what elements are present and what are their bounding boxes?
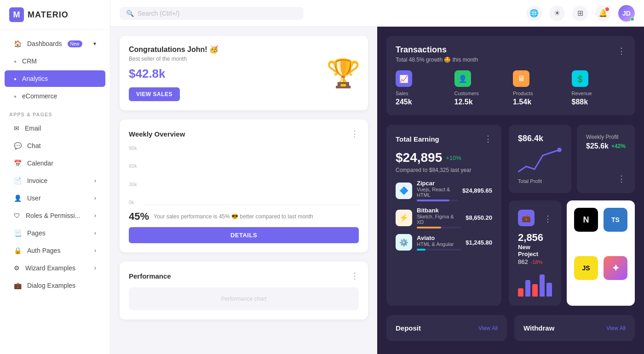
- earning-title: Total Earning: [396, 135, 439, 143]
- earning-change: +10%: [446, 154, 461, 161]
- np-header: 💼 ⋮: [518, 210, 552, 228]
- performance-header: Performance ⋮: [129, 271, 359, 281]
- details-button[interactable]: DETAILS: [129, 227, 359, 243]
- content-left: Congratulations John! 🥳 Best seller of t…: [110, 27, 377, 354]
- np-content: 2,856 New Project 862 -18%: [518, 232, 552, 265]
- sidebar-item-ecommerce[interactable]: ● eCommerce: [5, 88, 105, 104]
- sidebar-item-roles[interactable]: 🛡 Roles & Permissi... ›: [5, 207, 105, 224]
- sidebar-item-pages[interactable]: 📃 Pages ›: [5, 225, 105, 241]
- sidebar-label-calendar: Calendar: [27, 160, 53, 167]
- notification-icon-btn[interactable]: 🔔: [595, 6, 611, 21]
- bitbank-logo: ⚡: [396, 210, 412, 226]
- chart-bars-area: [144, 145, 359, 205]
- translate-icon: 🌐: [529, 9, 539, 17]
- performance-more-button[interactable]: ⋮: [351, 271, 359, 281]
- earning-more-button[interactable]: ⋮: [484, 134, 492, 144]
- chart-footer: 45% Your sales performance is 45% 😎 bett…: [129, 211, 359, 223]
- chevron-wizard: ›: [94, 265, 96, 271]
- customers-value: 12.5k: [454, 98, 509, 106]
- middle-row: Total Earning ⋮ $24,895 +10% Compared to…: [386, 125, 635, 306]
- chevron-pages: ›: [94, 230, 96, 236]
- javascript-logo: JS: [574, 256, 598, 280]
- chart-y-labels: 90k 60k 30k 0k: [129, 145, 137, 205]
- trans-item-customers: 👤 Customers 12.5k: [454, 70, 509, 106]
- performance-chart: Performance chart: [129, 287, 359, 310]
- sidebar-label-auth: Auth Pages: [27, 247, 60, 254]
- weekly-profit-label: Weekly Profit: [586, 134, 626, 140]
- new-badge: New: [68, 40, 82, 47]
- np-number: 2,856: [518, 232, 552, 244]
- circle-icon-e: ●: [14, 94, 17, 99]
- weekly-overview-card: Weekly Overview ⋮ 90k 60k 30k 0k: [120, 120, 368, 252]
- np-change: -18%: [531, 259, 543, 265]
- sidebar-item-calendar[interactable]: 📅 Calendar: [5, 155, 105, 171]
- sidebar-label-wizard: Wizard Examples: [25, 264, 75, 272]
- y-label-60k: 60k: [129, 163, 137, 169]
- sidebar-label-roles: Roles & Permissi...: [26, 212, 80, 219]
- transactions-more-button[interactable]: ⋮: [617, 46, 626, 56]
- zipcar-info: Zipcar Vuejs, React & HTML: [417, 180, 458, 201]
- trans-item-sales: 📈 Sales 245k: [396, 70, 450, 106]
- sun-icon: ☀: [554, 9, 560, 17]
- chevron-user: ›: [94, 195, 96, 201]
- grid-icon-btn[interactable]: ⊞: [572, 6, 588, 21]
- transactions-title: Transactions: [396, 45, 447, 55]
- mini-bar-5: [546, 283, 552, 297]
- translate-icon-btn[interactable]: 🌐: [526, 6, 542, 21]
- search-bar[interactable]: 🔍 Search (Ctrl+/): [120, 7, 304, 20]
- earning-header: Total Earning ⋮: [396, 134, 492, 144]
- sidebar-item-analytics[interactable]: ● Analytics: [5, 70, 105, 87]
- topbar-right: 🌐 ☀ ⊞ 🔔 JD: [526, 5, 635, 22]
- y-label-0k: 0k: [129, 200, 137, 205]
- withdraw-view-all[interactable]: View All: [606, 325, 626, 331]
- sidebar-item-email[interactable]: ✉ Email: [5, 120, 105, 137]
- mini-bar-4: [540, 274, 545, 297]
- deposit-view-all[interactable]: View All: [478, 325, 498, 331]
- bottom-dark-row: Deposit View All Withdraw View All: [386, 315, 635, 341]
- earning-compare: Compared to $84,325 last year: [396, 167, 492, 173]
- weekly-more-button[interactable]: ⋮: [351, 129, 359, 139]
- sidebar-item-auth[interactable]: 🔒 Auth Pages ›: [5, 242, 105, 259]
- avatar-wrapper[interactable]: JD: [618, 5, 635, 22]
- np-icon: 💼: [518, 210, 535, 226]
- sidebar-item-dialog[interactable]: 💼 Dialog Examples: [5, 277, 105, 294]
- sidebar-label-analytics: Analytics: [22, 75, 48, 82]
- zipcar-tech: Vuejs, React & HTML: [417, 187, 458, 198]
- aviato-name: Aviato: [417, 234, 461, 241]
- weekly-profit-more-button[interactable]: ⋮: [617, 174, 626, 184]
- sidebar-item-crm[interactable]: ● CRM: [5, 53, 105, 69]
- sidebar-label-chat: Chat: [27, 142, 41, 149]
- sidebar-item-wizard[interactable]: ⚙ Wizard Examples ›: [5, 260, 105, 276]
- earning-row-zipcar: 🔷 Zipcar Vuejs, React & HTML $24,895.65: [396, 180, 492, 201]
- topbar: 🔍 Search (Ctrl+/) 🌐 ☀ ⊞ 🔔 JD: [110, 0, 644, 27]
- congrats-title: Congratulations John! 🥳: [129, 45, 218, 54]
- view-sales-button[interactable]: VIEW SALES: [129, 87, 180, 101]
- email-icon: ✉: [14, 125, 19, 132]
- sidebar-label-email: Email: [25, 125, 41, 132]
- profit-row: $86.4k Total Profit Weekly Profit: [509, 125, 635, 193]
- performance-description: Your sales performance is 45% 😎 better c…: [154, 213, 313, 220]
- zipcar-name: Zipcar: [417, 180, 458, 187]
- user-icon: 👤: [14, 194, 22, 202]
- mini-bar-2: [525, 280, 531, 297]
- sidebar-item-dashboards[interactable]: 🏠 Dashboards New ▾: [5, 35, 105, 52]
- theme-icon-btn[interactable]: ☀: [549, 6, 565, 21]
- sidebar-item-user[interactable]: 👤 User ›: [5, 190, 105, 206]
- products-icon: 🖥: [513, 70, 529, 87]
- earning-amount: $24,895: [396, 150, 442, 165]
- bitbank-tech: Sketch, Figma & XD: [417, 214, 461, 225]
- logo-text: MATERIO: [28, 10, 69, 20]
- revenue-label: Revenue: [572, 91, 626, 96]
- sidebar-item-invoice[interactable]: 📄 Invoice ›: [5, 172, 105, 189]
- np-label: New Project: [518, 244, 552, 257]
- notification-dot: [605, 7, 609, 11]
- apps-pages-label: APPS & PAGES: [0, 105, 110, 119]
- total-profit-label: Total Profit: [518, 178, 562, 184]
- aviato-progress-wrap: [417, 249, 461, 251]
- sidebar-item-chat[interactable]: 💬 Chat: [5, 137, 105, 154]
- np-more-button[interactable]: ⋮: [544, 214, 552, 224]
- search-placeholder: Search (Ctrl+/): [138, 10, 179, 17]
- earning-list: 🔷 Zipcar Vuejs, React & HTML $24,895.65: [396, 180, 492, 251]
- grid-icon: ⊞: [577, 9, 583, 17]
- logo-icon: M: [9, 7, 24, 22]
